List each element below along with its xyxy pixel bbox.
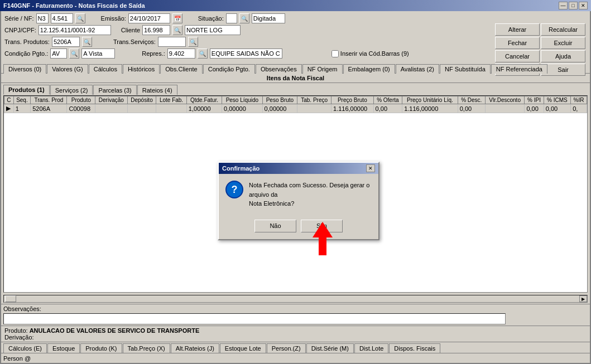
modal-close-btn[interactable]: ✕	[366, 164, 375, 172]
main-window: Alterar Recalcular Fechar Excluir Cancel…	[0, 11, 591, 364]
arrow-head	[313, 222, 333, 237]
modal-buttons: Não Sim	[219, 215, 378, 239]
modal-titlebar: Confirmação ✕	[219, 163, 378, 174]
modal-title: Confirmação	[222, 165, 260, 172]
arrow-indicator	[313, 222, 333, 255]
modal-message: Nota Fechada com Sucesso. Deseja gerar o…	[249, 181, 372, 208]
modal-icon: ?	[225, 181, 243, 198]
modal-content: ? Nota Fechada com Sucesso. Deseja gerar…	[219, 174, 378, 215]
modal-dialog: Confirmação ✕ ? Nota Fechada com Sucesso…	[218, 162, 379, 240]
modal-no-button[interactable]: Não	[254, 220, 296, 232]
modal-overlay: Confirmação ✕ ? Nota Fechada com Sucesso…	[0, 0, 591, 364]
arrow-shaft	[319, 237, 326, 255]
